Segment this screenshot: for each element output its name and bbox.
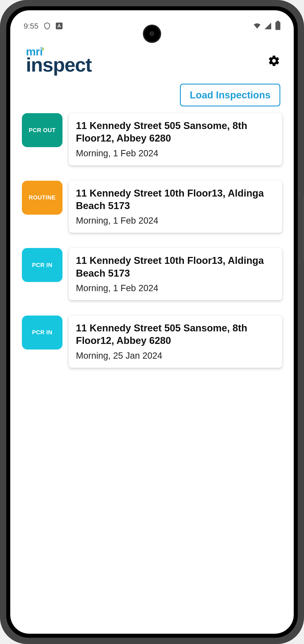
inspection-card[interactable]: 11 Kennedy Street 505 Sansome, 8th Floor… xyxy=(69,113,282,166)
privacy-shield-icon xyxy=(43,22,51,30)
inspection-time: Morning, 1 Feb 2024 xyxy=(76,148,275,158)
gear-icon xyxy=(268,64,280,68)
wifi-icon xyxy=(253,22,261,30)
inspection-tag[interactable]: PCR OUT xyxy=(22,113,62,147)
inspection-card[interactable]: 11 Kennedy Street 10th Floor13, Aldinga … xyxy=(69,181,282,233)
inspection-time: Morning, 25 Jan 2024 xyxy=(76,350,275,361)
home-indicator[interactable] xyxy=(116,629,188,631)
status-time: 9:55 xyxy=(24,22,38,30)
a-badge-icon: A xyxy=(56,22,62,29)
screen: 9:55 A xyxy=(10,10,294,634)
inspection-row: PCR IN 11 Kennedy Street 10th Floor13, A… xyxy=(22,248,282,300)
settings-button[interactable] xyxy=(268,54,280,68)
camera-hole xyxy=(144,26,160,42)
inspection-row: PCR IN 11 Kennedy Street 505 Sansome, 8t… xyxy=(22,316,282,368)
inspection-address: 11 Kennedy Street 505 Sansome, 8th Floor… xyxy=(76,322,275,347)
phone-bezel: 9:55 A xyxy=(6,6,298,638)
inspection-time: Morning, 1 Feb 2024 xyxy=(76,283,275,293)
inspection-address: 11 Kennedy Street 10th Floor13, Aldinga … xyxy=(76,254,275,280)
status-left: 9:55 A xyxy=(24,22,62,30)
inspection-card[interactable]: 11 Kennedy Street 10th Floor13, Aldinga … xyxy=(69,248,282,300)
cell-signal-icon xyxy=(264,22,272,30)
inspection-tag[interactable]: PCR IN xyxy=(22,316,62,350)
battery-icon xyxy=(276,22,280,30)
inspection-address: 11 Kennedy Street 505 Sansome, 8th Floor… xyxy=(76,120,275,145)
inspection-tag[interactable]: PCR IN xyxy=(22,248,62,282)
phone-frame: 9:55 A xyxy=(0,0,304,644)
load-inspections-button[interactable]: Load Inspections xyxy=(180,84,280,106)
app-logo: mri' inspect xyxy=(26,46,92,75)
inspection-row: ROUTINE 11 Kennedy Street 10th Floor13, … xyxy=(22,181,282,233)
inspection-row: PCR OUT 11 Kennedy Street 505 Sansome, 8… xyxy=(22,113,282,166)
status-right xyxy=(253,22,280,30)
inspection-address: 11 Kennedy Street 10th Floor13, Aldinga … xyxy=(76,187,275,212)
inspections-list: PCR OUT 11 Kennedy Street 505 Sansome, 8… xyxy=(10,113,294,368)
inspection-card[interactable]: 11 Kennedy Street 505 Sansome, 8th Floor… xyxy=(69,316,282,368)
inspection-time: Morning, 1 Feb 2024 xyxy=(76,216,275,226)
inspection-tag[interactable]: ROUTINE xyxy=(22,181,62,215)
logo-bottom: inspect xyxy=(26,55,92,75)
load-row: Load Inspections xyxy=(10,79,294,113)
app-header: mri' inspect xyxy=(10,37,294,79)
